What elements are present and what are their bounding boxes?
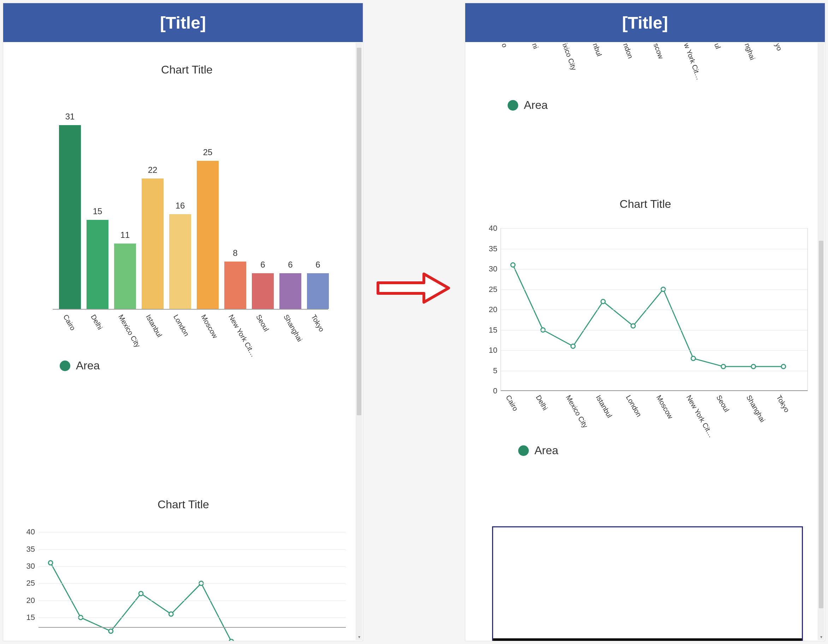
bar-xlabel: Delhi [89, 313, 104, 331]
line-point [751, 364, 756, 369]
gridline [501, 269, 808, 269]
right-top-xlabel: scow [652, 42, 665, 60]
line-chart-right-plot: 0510152025303540 [500, 228, 808, 391]
right-top-legend-label: Area [524, 99, 548, 112]
bar: 31 [59, 125, 81, 309]
legend-dot-icon [60, 361, 70, 371]
bar: 25 [197, 161, 219, 309]
bar-chart-xlabels: CairoDelhiMexico CityIstanbulLondonMosco… [53, 309, 328, 345]
line-xlabel: Delhi [534, 394, 549, 412]
gridline [501, 371, 808, 371]
line-point [229, 639, 234, 641]
line-point [601, 299, 605, 304]
gridline [501, 228, 808, 229]
right-title-bar: [Title] [465, 3, 825, 42]
line-point [781, 364, 786, 369]
left-panel: [Title] ▾ Chart Title 3115112216258666 C… [3, 3, 363, 641]
line-xlabel: Seoul [715, 394, 731, 413]
bar-xlabel: London [172, 313, 190, 338]
scroll-down-icon[interactable]: ▾ [818, 635, 824, 639]
bar-xlabel: Shanghai [282, 313, 304, 343]
bar-value-label: 6 [252, 260, 274, 270]
y-tick-label: 30 [489, 264, 501, 273]
line-chart-left-plot: 152025303540 [39, 525, 346, 628]
line-chart-right-title: Chart Title [476, 198, 815, 210]
gridline [39, 617, 346, 618]
gridline [501, 289, 808, 290]
gridline [501, 249, 808, 249]
right-top-xlabel: w York Cit… [682, 42, 703, 81]
right-top-xlabels: oniixico Citynbulndonscoww York Cit…ulng… [500, 46, 804, 88]
gridline [39, 600, 346, 601]
signature-toolbar [493, 638, 802, 641]
bar-xlabel: Tokyo [309, 313, 326, 333]
y-tick-label: 35 [489, 244, 501, 253]
bar-value-label: 31 [59, 112, 81, 122]
bar-value-label: 22 [142, 165, 163, 175]
bar-value-label: 25 [197, 148, 219, 157]
bar-chart: Chart Title 3115112216258666 CairoDelhiM… [24, 63, 349, 372]
bar-value-label: 8 [224, 248, 246, 258]
line-path [50, 563, 322, 641]
line-xlabel: Moscow [655, 394, 675, 420]
right-top-xlabel: ni [530, 42, 540, 50]
bar: 6 [279, 273, 301, 309]
right-panel: [Title] ▾ oniixico Citynbulndonscoww Yor… [465, 3, 825, 641]
gridline [501, 309, 808, 310]
line-point [571, 344, 575, 349]
line-point [721, 364, 726, 369]
line-xlabel: New York Cit… [685, 394, 715, 439]
bar: 8 [224, 262, 246, 309]
y-tick-label: 15 [489, 325, 501, 335]
right-title-text: [Title] [622, 13, 668, 33]
gridline [39, 566, 346, 567]
right-scrollbar-thumb[interactable] [819, 241, 823, 608]
right-top-xlabel: ul [712, 42, 722, 50]
y-tick-label: 40 [27, 527, 39, 537]
line-point [49, 561, 53, 565]
right-top-xlabel: yo [773, 42, 784, 52]
bar-xlabel: Seoul [254, 313, 270, 333]
scroll-down-icon[interactable]: ▾ [356, 635, 362, 639]
y-tick-label: 15 [27, 613, 39, 622]
left-title-bar: [Title] [3, 3, 363, 42]
bar-chart-title: Chart Title [24, 63, 349, 76]
bar-xlabel: Cairo [61, 313, 77, 332]
y-tick-label: 0 [493, 386, 501, 396]
y-tick-label: 40 [489, 224, 501, 233]
bar: 22 [142, 179, 163, 309]
bar-xlabel: Istanbul [144, 313, 163, 339]
right-top-legend: Area [508, 99, 818, 112]
bar-chart-plot: 3115112216258666 [53, 126, 328, 309]
line-chart-left-title: Chart Title [14, 498, 353, 511]
line-path-left [39, 525, 346, 628]
y-tick-label: 30 [27, 562, 39, 571]
line-chart-left: Chart Title 152025303540 [14, 498, 353, 628]
x-axis [39, 627, 346, 628]
bar-value-label: 15 [86, 206, 108, 216]
bar: 15 [86, 220, 108, 309]
bar-value-label: 11 [114, 230, 136, 240]
bar-xlabel: Moscow [199, 313, 220, 340]
line-point [691, 356, 696, 361]
left-content: Chart Title 3115112216258666 CairoDelhiM… [3, 42, 356, 641]
legend-dot-icon [508, 100, 518, 111]
legend-dot-icon [518, 445, 529, 456]
signature-box[interactable] [492, 526, 803, 641]
bar-legend-label: Area [76, 359, 100, 372]
left-scrollbar-thumb[interactable] [357, 48, 361, 415]
line-point [511, 263, 515, 267]
y-tick-label: 10 [489, 346, 501, 355]
line-xlabel: London [624, 394, 643, 418]
gridline [39, 583, 346, 584]
y-tick-label: 20 [489, 305, 501, 314]
bar-value-label: 16 [169, 201, 191, 210]
left-scrollbar[interactable]: ▾ [356, 43, 362, 640]
gridline [39, 532, 346, 532]
y-tick-label: 25 [27, 579, 39, 588]
line-xlabel: Mexico City [564, 394, 590, 429]
right-scrollbar[interactable]: ▾ [818, 43, 824, 640]
arrow-icon [375, 269, 452, 308]
bar-legend: Area [60, 359, 349, 372]
right-top-xlabel: o [500, 42, 509, 49]
